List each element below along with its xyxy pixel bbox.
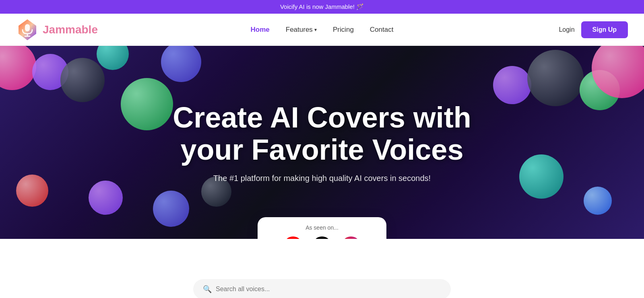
hero-title-line2: your Favorite Voices (181, 134, 464, 166)
hero-text: Create AI Covers with your Favorite Voic… (173, 102, 471, 183)
search-icon: 🔍 (203, 285, 212, 294)
decorative-bubble (121, 78, 173, 130)
svg-rect-1 (25, 24, 30, 31)
decorative-bubble (153, 191, 189, 227)
banner-text: Voicify AI is now Jammable! 🪄 (280, 3, 364, 10)
logo-text[interactable]: Jammable (43, 23, 98, 36)
search-bar[interactable]: 🔍 (193, 279, 451, 298)
logo-icon[interactable] (16, 18, 39, 41)
social-icons (283, 236, 361, 239)
logo-area: Jammable (16, 18, 169, 41)
signup-button[interactable]: Sign Up (581, 21, 628, 38)
youtube-icon[interactable] (283, 236, 303, 239)
as-seen-label: As seen on... (305, 224, 339, 231)
decorative-bubble (493, 66, 531, 104)
decorative-bubble (60, 58, 105, 102)
decorative-bubble (89, 181, 123, 215)
chevron-down-icon: ▾ (314, 27, 317, 33)
navbar: Jammable Home Features ▾ Pricing Contact… (0, 14, 644, 46)
search-input[interactable] (216, 286, 441, 293)
hero-title-line1: Create AI Covers with (173, 101, 471, 134)
nav-auth: Login Sign Up (475, 21, 628, 38)
decorative-bubble (519, 154, 564, 199)
hero-section: Create AI Covers with your Favorite Voic… (0, 46, 644, 239)
hero-subtitle: The #1 platform for making high quality … (173, 174, 471, 183)
nav-contact[interactable]: Contact (363, 23, 400, 37)
decorative-bubble (527, 50, 584, 106)
login-button[interactable]: Login (559, 26, 574, 33)
nav-home[interactable]: Home (244, 23, 276, 37)
hero-title: Create AI Covers with your Favorite Voic… (173, 102, 471, 165)
instagram-icon[interactable] (341, 236, 361, 239)
nav-links: Home Features ▾ Pricing Contact (169, 23, 475, 37)
decorative-bubble (16, 175, 48, 207)
decorative-bubble (584, 187, 612, 215)
nav-features-label: Features (286, 26, 313, 34)
tiktok-icon[interactable] (312, 236, 332, 239)
announcement-banner: Voicify AI is now Jammable! 🪄 (0, 0, 644, 14)
nav-features[interactable]: Features ▾ (279, 23, 323, 37)
nav-pricing[interactable]: Pricing (326, 23, 360, 37)
search-section: 🔍 🎹Music🦎Cartoon⛩️Anime🎮Gaming🇩🇪German🇰🇷… (0, 239, 644, 298)
as-seen-on-card: As seen on... (258, 217, 386, 239)
